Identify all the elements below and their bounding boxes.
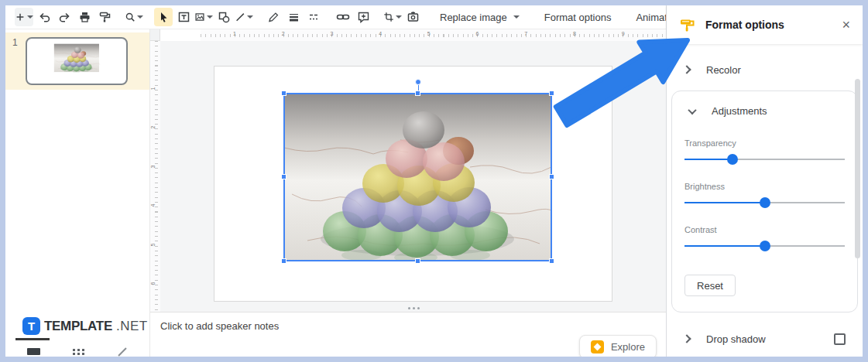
- add-comment-button[interactable]: [354, 8, 372, 26]
- mask-image-icon: [407, 11, 420, 23]
- slide-page[interactable]: [214, 66, 612, 302]
- speaker-notes-placeholder[interactable]: Click to add speaker notes: [150, 312, 666, 332]
- slide-thumbnail-row[interactable]: 1: [5, 32, 149, 90]
- explore-button[interactable]: Explore: [579, 335, 657, 357]
- insert-link-icon: [336, 11, 350, 23]
- watermark-underline: [15, 338, 50, 340]
- brightness-label: Brightness: [684, 182, 845, 191]
- slide-thumbnail-image: [36, 39, 117, 83]
- drag-handle-dots[interactable]: [408, 307, 420, 309]
- print-icon: [78, 11, 91, 23]
- paint-format-icon: [98, 11, 112, 23]
- insert-line-button[interactable]: [235, 8, 253, 26]
- drop-shadow-checkbox[interactable]: [834, 333, 846, 345]
- border-dash-button[interactable]: [304, 8, 323, 26]
- rotation-handle[interactable]: [415, 79, 421, 85]
- insert-shape-button[interactable]: [214, 8, 233, 26]
- select-cursor-icon: [157, 11, 170, 23]
- grid-view-icon[interactable]: [73, 349, 85, 355]
- adjustments-section-header[interactable]: Adjustments: [684, 101, 845, 121]
- vertical-ruler: 123456: [150, 41, 160, 312]
- explore-icon: [591, 340, 604, 353]
- print-button[interactable]: [75, 8, 94, 26]
- panel-scrollbar[interactable]: [855, 79, 860, 258]
- pen-icon[interactable]: [118, 347, 126, 356]
- replace-image-button[interactable]: Replace image: [433, 8, 527, 26]
- marbles-image: [284, 94, 551, 261]
- slider-fill: [684, 159, 732, 160]
- redo-icon: [58, 11, 71, 23]
- chevron-down-icon: [688, 105, 696, 114]
- selected-image[interactable]: [284, 94, 551, 261]
- slider-fill: [684, 202, 765, 203]
- border-weight-icon: [287, 11, 300, 23]
- format-options-button[interactable]: Format options: [537, 8, 619, 26]
- reset-button[interactable]: Reset: [684, 275, 736, 296]
- contrast-slider[interactable]: [684, 241, 845, 251]
- drop-shadow-section-header[interactable]: Drop shadow: [667, 323, 863, 354]
- redo-button[interactable]: [55, 8, 74, 26]
- slide-thumbnail[interactable]: [26, 37, 128, 85]
- text-box-icon: [177, 11, 190, 23]
- border-weight-button[interactable]: [284, 8, 303, 26]
- border-color-pencil-icon: [267, 11, 280, 23]
- adjustments-label: Adjustments: [712, 105, 767, 117]
- text-box-button[interactable]: [174, 8, 193, 26]
- format-options-label: Format options: [544, 12, 612, 23]
- insert-image-button[interactable]: [194, 8, 213, 26]
- paint-format-button[interactable]: [95, 8, 114, 26]
- select-tool-button[interactable]: [154, 8, 173, 26]
- dropdown-caret-icon: [513, 15, 520, 19]
- border-dash-icon: [307, 11, 321, 23]
- new-slide-button[interactable]: [15, 8, 33, 26]
- contrast-label: Contrast: [684, 225, 845, 234]
- border-color-button[interactable]: [264, 8, 283, 26]
- slider-thumb[interactable]: [760, 197, 770, 208]
- selection-handle-w[interactable]: [281, 174, 286, 179]
- slide-number: 1: [5, 32, 26, 90]
- format-options-panel: Format options × Recolor Adjustments Tra…: [666, 5, 863, 357]
- slider-fill: [684, 245, 765, 247]
- canvas-workarea: 123456789 123456: [150, 29, 666, 357]
- transparency-slider[interactable]: [684, 154, 845, 165]
- transparency-label: Transparency: [684, 138, 845, 148]
- template-net-watermark: T TEMPLATE.NET: [22, 317, 148, 335]
- ruler-corner: [150, 29, 160, 41]
- brightness-slider[interactable]: [684, 197, 845, 208]
- selection-handle-e[interactable]: [549, 174, 554, 179]
- slider-thumb[interactable]: [727, 154, 738, 165]
- crop-button[interactable]: [383, 8, 402, 26]
- dropdown-caret-icon: [247, 15, 253, 19]
- selection-handle-nw[interactable]: [281, 90, 286, 96]
- filmstrip-view-icon[interactable]: [27, 348, 40, 355]
- dropdown-caret-icon: [27, 15, 33, 19]
- selection-handle-s[interactable]: [415, 258, 420, 264]
- undo-button[interactable]: [35, 8, 53, 26]
- selection-handle-n[interactable]: [415, 90, 420, 96]
- workspace-body: 1 T TEMPLATE.NET: [5, 29, 666, 357]
- add-comment-icon: [357, 11, 370, 23]
- recolor-label: Recolor: [706, 64, 741, 76]
- insert-shape-icon: [218, 11, 231, 23]
- replace-image-label: Replace image: [440, 12, 507, 23]
- panel-header: Format options ×: [667, 5, 863, 44]
- slider-thumb[interactable]: [760, 241, 770, 251]
- paint-roller-icon: [679, 17, 695, 33]
- dropdown-caret-icon: [396, 15, 402, 19]
- close-icon[interactable]: ×: [842, 18, 850, 32]
- slide-canvas: [160, 41, 666, 312]
- ruler-row: 123456789: [150, 29, 666, 41]
- dropdown-caret-icon: [137, 15, 143, 19]
- mask-image-button[interactable]: [403, 8, 422, 26]
- selection-handle-sw[interactable]: [281, 258, 286, 264]
- selection-handle-ne[interactable]: [549, 90, 554, 96]
- app-frame: Replace image Format options Animate: [5, 5, 863, 357]
- google-slides-window: Replace image Format options Animate: [0, 0, 868, 362]
- t-badge-icon: T: [22, 317, 40, 335]
- insert-link-button[interactable]: [334, 8, 352, 26]
- canvas-wrap: 123456: [150, 41, 666, 312]
- main-toolbar: Replace image Format options Animate: [5, 5, 666, 29]
- zoom-button[interactable]: [125, 8, 143, 26]
- recolor-section-header[interactable]: Recolor: [667, 53, 863, 86]
- selection-handle-se[interactable]: [549, 258, 554, 264]
